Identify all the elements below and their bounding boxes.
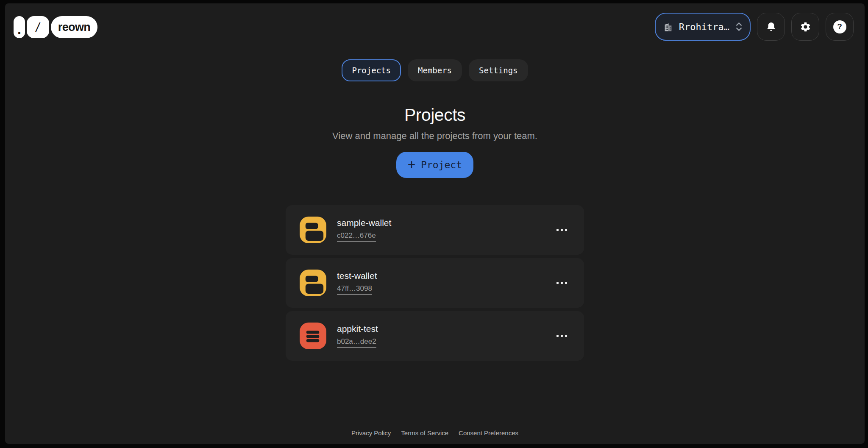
plus-icon: + — [408, 158, 415, 171]
org-tabs: Projects Members Settings — [5, 59, 865, 81]
help-button[interactable]: ? — [826, 13, 854, 41]
page-title: Projects — [5, 105, 865, 125]
project-menu-button[interactable] — [556, 332, 568, 339]
project-card-test-wallet[interactable]: test-wallet 47ff…3098 — [286, 258, 584, 308]
building-icon — [662, 21, 674, 33]
logo-wordmark: reown — [51, 16, 97, 38]
project-info: test-wallet 47ff…3098 — [337, 271, 377, 295]
notifications-button[interactable] — [757, 13, 785, 41]
privacy-policy-link[interactable]: Privacy Policy — [351, 429, 391, 438]
consent-preferences-link[interactable]: Consent Preferences — [459, 429, 518, 438]
tab-settings[interactable]: Settings — [469, 59, 528, 81]
project-id-link[interactable]: b02a…dee2 — [337, 337, 376, 348]
project-name: appkit-test — [337, 324, 378, 334]
org-name-label: Rrohitra… — [679, 22, 729, 32]
app-window: . / reown — [5, 3, 865, 444]
ellipsis-icon — [556, 229, 559, 231]
terms-of-service-link[interactable]: Terms of Service — [401, 429, 448, 438]
main-content: Projects View and manage all the project… — [5, 105, 865, 361]
project-card-sample-wallet[interactable]: sample-wallet c022…676e — [286, 205, 584, 255]
project-list: sample-wallet c022…676e — [286, 205, 584, 361]
tab-members[interactable]: Members — [408, 59, 462, 81]
page-subtitle: View and manage all the projects from yo… — [5, 131, 865, 142]
gear-icon — [800, 21, 811, 33]
project-id-link[interactable]: c022…676e — [337, 231, 376, 242]
list-bars-icon — [300, 323, 326, 349]
project-menu-button[interactable] — [556, 226, 568, 234]
create-project-label: Project — [421, 159, 462, 170]
reown-logo[interactable]: . / reown — [14, 16, 97, 38]
project-menu-button[interactable] — [556, 279, 568, 287]
project-card-appkit-test[interactable]: appkit-test b02a…dee2 — [286, 311, 584, 361]
settings-button[interactable] — [791, 13, 819, 41]
wallet-icon — [300, 217, 326, 243]
screen: . / reown — [0, 0, 868, 448]
wallet-icon — [300, 270, 326, 296]
project-name: test-wallet — [337, 271, 377, 281]
header: . / reown — [5, 3, 865, 41]
project-name: sample-wallet — [337, 218, 391, 228]
header-actions: Rrohitra… — [655, 13, 854, 41]
ellipsis-icon — [556, 282, 559, 284]
tab-projects[interactable]: Projects — [342, 59, 401, 81]
org-selector[interactable]: Rrohitra… — [655, 13, 751, 41]
logo-slash-pill: / — [27, 16, 49, 38]
project-id-link[interactable]: 47ff…3098 — [337, 284, 372, 295]
ellipsis-icon — [556, 335, 559, 337]
footer: Privacy Policy Terms of Service Consent … — [5, 429, 865, 438]
project-info: appkit-test b02a…dee2 — [337, 324, 378, 348]
question-mark-icon: ? — [833, 20, 846, 33]
chevron-up-down-icon — [734, 21, 743, 32]
bell-icon — [765, 21, 777, 33]
create-project-button[interactable]: + Project — [396, 152, 473, 178]
logo-dot-pill: . — [14, 16, 25, 38]
project-info: sample-wallet c022…676e — [337, 218, 391, 242]
